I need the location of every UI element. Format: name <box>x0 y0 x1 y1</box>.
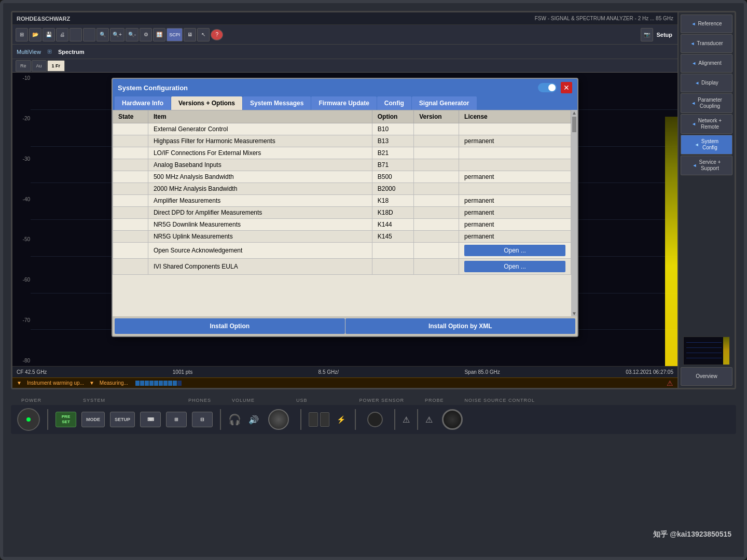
cell-item: LO/IF Connections For External Mixers <box>148 147 372 159</box>
sidebar-network-remote[interactable]: ◄ Network +Remote <box>681 114 732 134</box>
join-button[interactable]: ⊟ <box>192 412 213 427</box>
dialog-tab-firmware[interactable]: Firmware Update <box>311 96 376 110</box>
cell-license[interactable]: Open ... <box>459 259 571 275</box>
sidebar-overview[interactable]: Overview <box>681 367 732 386</box>
cell-license <box>459 123 571 135</box>
zoom-out-btn[interactable]: 🔍- <box>126 28 139 41</box>
noise-label: NOISE SOURCE CONTROL <box>465 398 535 403</box>
cell-license: permanent <box>459 171 571 183</box>
cell-item: Open Source Acknowledgement <box>148 243 372 259</box>
right-sidebar: ◄ Reference ◄ Transducer ◄ Alignment ◄ D… <box>677 12 735 388</box>
table-row: IVI Shared Components EULAOpen ... <box>113 259 571 275</box>
dialog-close-button[interactable]: ✕ <box>561 82 572 93</box>
toolbar: ⊞ 📂 💾 🖨 🔍 🔍+ 🔍- ⚙ 🪟 SCPI 🖥 ↖ ? 📷 Setup <box>12 25 677 45</box>
tab-re[interactable]: Re <box>16 60 31 72</box>
install-option-xml-button[interactable]: Install Option by XML <box>345 318 576 334</box>
multiview-nav[interactable]: MultiView <box>17 49 41 55</box>
copy-btn[interactable] <box>83 28 95 41</box>
usb-port-2[interactable] <box>320 412 329 427</box>
usb-port-1[interactable] <box>309 412 318 427</box>
divider-3 <box>300 409 301 430</box>
probe-icon: ⚠ <box>403 415 410 425</box>
bottom-controls: POWER SYSTEM PHONES VOLUME USB POWER SEN… <box>3 394 744 489</box>
divider-4 <box>355 409 356 430</box>
dialog-tab-config[interactable]: Config <box>377 96 411 110</box>
install-option-button[interactable]: Install Option <box>115 318 345 334</box>
probe-label: PROBE <box>425 398 444 403</box>
dropdown-arrow-1[interactable]: ▼ <box>17 380 22 386</box>
cell-version <box>414 183 459 195</box>
cut-btn[interactable] <box>70 28 82 41</box>
volume-knob[interactable] <box>268 409 289 430</box>
setup-btn2[interactable]: Setup <box>654 28 674 41</box>
sidebar-reference[interactable]: ◄ Reference <box>681 15 732 33</box>
preset-button[interactable]: PRESET <box>56 412 76 427</box>
config-btn[interactable]: ⚙ <box>140 28 152 41</box>
cell-version <box>414 135 459 147</box>
divider-2 <box>220 409 221 430</box>
col-license: License <box>459 110 571 123</box>
nav-bar: MultiView ⊞ Spectrum <box>12 45 677 59</box>
window-btn[interactable]: 🪟 <box>153 28 165 41</box>
dialog-tab-versions[interactable]: Versions + Options <box>171 96 242 110</box>
zoom-in-btn[interactable]: 🔍+ <box>110 28 125 41</box>
zoom-btn[interactable]: 🔍 <box>96 28 109 41</box>
cell-license: permanent <box>459 231 571 243</box>
setup-button[interactable]: SETUP <box>110 412 135 427</box>
open-button[interactable]: Open ... <box>464 261 565 272</box>
open-button[interactable]: Open ... <box>464 245 565 256</box>
keyboard-button[interactable]: ⌨ <box>140 412 161 427</box>
cell-version <box>414 231 459 243</box>
windows-btn[interactable]: ⊞ <box>16 28 28 41</box>
tab-bar: Re Au 1 Fr <box>12 59 677 73</box>
sidebar-transducer[interactable]: ◄ Transducer <box>681 34 732 53</box>
tab-1fr[interactable]: 1 Fr <box>47 60 65 72</box>
sidebar-service-support[interactable]: ◄ Service +Support <box>681 156 732 175</box>
noise-control-knob[interactable] <box>442 409 463 430</box>
cursor-btn[interactable]: ↖ <box>197 28 210 41</box>
sidebar-alignment[interactable]: ◄ Alignment <box>681 54 732 73</box>
table-row: Highpass Filter for Harmonic Measurement… <box>113 135 571 147</box>
dialog-tab-hardware[interactable]: Hardware Info <box>115 96 171 110</box>
power-sensor-port[interactable] <box>367 412 383 427</box>
print-btn[interactable]: 🖨 <box>56 28 68 41</box>
open-btn[interactable]: 📂 <box>29 28 42 41</box>
spectrum-nav[interactable]: Spectrum <box>58 49 85 55</box>
table-row: NR5G Downlink MeasurementsK144permanent <box>113 219 571 231</box>
table-row: Open Source AcknowledgementOpen ... <box>113 243 571 259</box>
scroll-down-btn[interactable]: ▼ <box>571 311 577 316</box>
dialog-tab-messages[interactable]: System Messages <box>243 96 311 110</box>
scroll-thumb[interactable] <box>572 117 576 132</box>
split-button[interactable]: ⊞ <box>166 412 187 427</box>
cell-license <box>459 147 571 159</box>
save-btn[interactable]: 💾 <box>43 28 55 41</box>
dialog-tab-signal[interactable]: Signal Generator <box>412 96 477 110</box>
remote-btn[interactable]: 🖥 <box>184 28 196 41</box>
camera-btn[interactable]: 📷 <box>641 28 653 41</box>
divider-6 <box>417 409 418 430</box>
dialog-toggle[interactable] <box>538 83 557 92</box>
mode-button[interactable]: MODE <box>81 412 105 427</box>
scroll-up-btn[interactable]: ▲ <box>571 110 577 116</box>
power-button[interactable] <box>17 408 40 431</box>
options-table-scroll[interactable]: State Item Option Version License <box>113 110 571 316</box>
tab-au[interactable]: Au <box>32 60 47 72</box>
scroll-indicator[interactable]: ▲ ▼ <box>571 110 577 316</box>
cell-item: External Generator Control <box>148 123 372 135</box>
power-sensor-label: POWER SENSOR <box>359 398 405 403</box>
cell-state <box>113 183 148 195</box>
sidebar-display[interactable]: ◄ Display <box>681 74 732 92</box>
sidebar-parameter-coupling[interactable]: ◄ ParameterCoupling <box>681 93 732 113</box>
cell-option: K145 <box>372 231 414 243</box>
arrow-icon-service: ◄ <box>693 163 697 169</box>
arrow-icon-sysconfig: ◄ <box>695 142 699 148</box>
cell-option <box>372 259 414 275</box>
help-btn[interactable]: ? <box>211 29 223 40</box>
cell-version <box>414 147 459 159</box>
dropdown-arrow-2[interactable]: ▼ <box>89 380 94 386</box>
cell-option: B13 <box>372 135 414 147</box>
cell-license[interactable]: Open ... <box>459 243 571 259</box>
cell-item: Highpass Filter for Harmonic Measurement… <box>148 135 372 147</box>
scpi-btn[interactable]: SCPI <box>167 28 183 41</box>
sidebar-system-config[interactable]: ◄ SystemConfig <box>681 135 732 155</box>
